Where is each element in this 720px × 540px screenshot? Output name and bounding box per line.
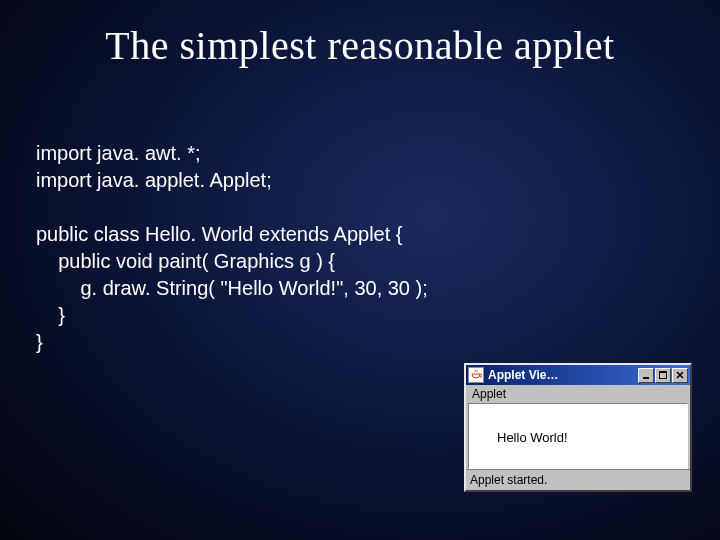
minimize-button[interactable] xyxy=(638,368,654,383)
code-line: } xyxy=(36,304,65,326)
maximize-button[interactable] xyxy=(655,368,671,383)
code-line: public class Hello. World extends Applet… xyxy=(36,223,403,245)
code-line: import java. awt. *; xyxy=(36,142,201,164)
close-button[interactable] xyxy=(672,368,688,383)
window-titlebar[interactable]: Applet Vie… xyxy=(466,365,690,385)
hello-world-text: Hello World! xyxy=(497,430,568,445)
code-line: public void paint( Graphics g ) { xyxy=(36,250,335,272)
slide-title: The simplest reasonable applet xyxy=(0,0,720,69)
applet-menu[interactable]: Applet xyxy=(466,385,690,403)
code-block: import java. awt. *; import java. applet… xyxy=(36,140,428,356)
code-line: import java. applet. Applet; xyxy=(36,169,272,191)
svg-rect-0 xyxy=(643,377,649,379)
java-cup-icon xyxy=(468,367,484,383)
code-line: } xyxy=(36,331,43,353)
window-title: Applet Vie… xyxy=(488,368,638,382)
svg-rect-2 xyxy=(659,371,667,373)
applet-viewer-window: Applet Vie… Applet Hello World! Applet s… xyxy=(464,363,692,492)
applet-canvas: Hello World! xyxy=(468,403,688,469)
code-line: g. draw. String( "Hello World!", 30, 30 … xyxy=(36,277,428,299)
status-bar: Applet started. xyxy=(466,469,690,490)
